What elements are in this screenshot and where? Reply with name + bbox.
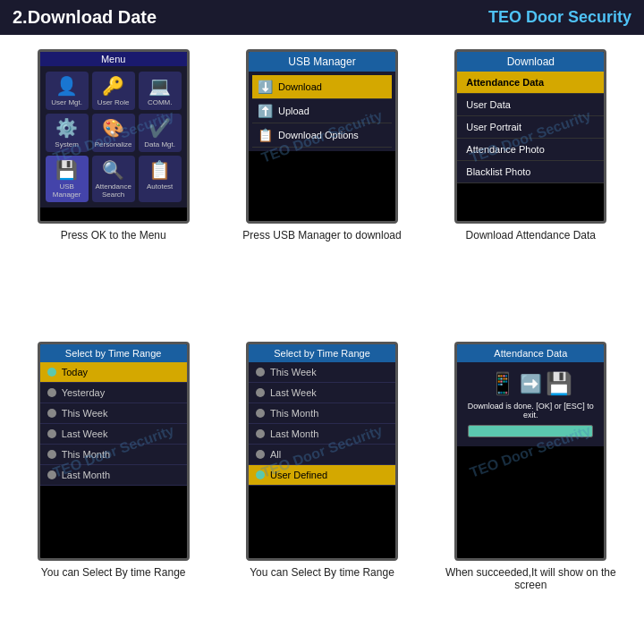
caption-1: Press OK to the Menu — [61, 229, 166, 242]
caption-5: You can Select By time Range — [250, 566, 394, 579]
tr2-this-week[interactable]: This Week — [249, 362, 395, 383]
usb-drive-icon: 💾 — [546, 371, 572, 396]
usb-menu: ⬇️ Download ⬆️ Upload 📋 Download Options — [249, 72, 395, 151]
icon-data-mgt[interactable]: ✔️Data Mgt. — [139, 114, 182, 152]
caption-2: Press USB Manager to download — [242, 229, 401, 242]
dl-item-user-data[interactable]: User Data — [457, 94, 604, 116]
usb-item-options[interactable]: 📋 Download Options — [252, 123, 392, 148]
dl-item-user-portrait[interactable]: User Portrait — [457, 116, 604, 139]
caption-3: Download Attendance Data — [466, 229, 596, 242]
options-icon: 📋 — [258, 128, 273, 142]
tr-list-1: Today Yesterday This Week Last Week This… — [40, 362, 187, 486]
screen-time-range-2: TEO Door Security Select by Time Range T… — [246, 342, 398, 561]
icon-grid: 👤User Mgt. 🔑User Role 💻COMM. ⚙️System 🎨P… — [40, 66, 187, 208]
icon-personalize[interactable]: 🎨Personalize — [92, 114, 135, 152]
dl-header: Download — [457, 52, 604, 72]
tr-header-1: Select by Time Range — [40, 344, 187, 362]
usb-download-label: Download — [278, 81, 322, 92]
icon-system[interactable]: ⚙️System — [46, 114, 89, 152]
screen-done: TEO Door Security Attendance Data 📱 ➡️ 💾… — [454, 342, 606, 561]
icon-user-mgt[interactable]: 👤User Mgt. — [46, 72, 89, 110]
brand-text: TEO Door Security — [488, 8, 631, 27]
tr-today[interactable]: Today — [40, 362, 187, 383]
download-icon: ⬇️ — [258, 80, 273, 94]
tr2-this-month[interactable]: This Month — [249, 403, 395, 424]
caption-4: You can Select By time Range — [41, 566, 186, 579]
done-body: 📱 ➡️ 💾 Download is done. [OK] or [ESC] t… — [457, 362, 604, 446]
content-grid: TEO Door Security Menu 👤User Mgt. 🔑User … — [0, 35, 644, 638]
icon-usb-manager[interactable]: 💾USB Manager — [46, 156, 89, 202]
cell-2: TEO Door Security USB Manager ⬇️ Downloa… — [217, 44, 426, 336]
usb-header: USB Manager — [249, 52, 395, 72]
page-title: 2.Download Date — [13, 7, 157, 28]
icon-attendance-search[interactable]: 🔍Attendance Search — [92, 156, 135, 202]
tr-header-2: Select by Time Range — [249, 344, 395, 362]
cell-4: TEO Door Security Select by Time Range T… — [9, 336, 217, 629]
menu-header: Menu — [40, 52, 187, 66]
progress-fill — [469, 426, 592, 436]
device-icon: 📱 — [489, 371, 516, 396]
usb-options-label: Download Options — [278, 130, 359, 140]
tr-this-week[interactable]: This Week — [40, 403, 187, 424]
icon-comm[interactable]: 💻COMM. — [139, 72, 182, 110]
screen-usb: TEO Door Security USB Manager ⬇️ Downloa… — [246, 49, 398, 224]
tr-list-2: This Week Last Week This Month Last Mont… — [249, 362, 395, 486]
done-message: Download is done. [OK] or [ESC] to exit. — [462, 402, 598, 419]
done-header: Attendance Data — [457, 344, 604, 362]
caption-6: When succeeded,It will show on the scree… — [432, 566, 630, 591]
dl-item-attendance-data[interactable]: Attendance Data — [457, 72, 604, 94]
dl-menu: Attendance Data User Data User Portrait … — [457, 72, 604, 183]
page-header: 2.Download Date TEO Door Security — [0, 0, 644, 35]
tr2-user-defined[interactable]: User Defined — [249, 465, 395, 486]
dl-item-attendance-photo[interactable]: Attendance Photo — [457, 139, 604, 161]
done-icons-row: 📱 ➡️ 💾 — [489, 371, 572, 396]
tr2-all[interactable]: All — [249, 445, 395, 465]
cell-6: TEO Door Security Attendance Data 📱 ➡️ 💾… — [427, 336, 635, 629]
dl-item-blacklist-photo[interactable]: Blacklist Photo — [457, 161, 604, 183]
cell-1: TEO Door Security Menu 👤User Mgt. 🔑User … — [9, 44, 217, 336]
cell-5: TEO Door Security Select by Time Range T… — [217, 336, 426, 629]
icon-autotest[interactable]: 📋Autotest — [139, 156, 182, 202]
tr-yesterday[interactable]: Yesterday — [40, 383, 187, 403]
usb-item-download[interactable]: ⬇️ Download — [252, 75, 392, 99]
arrow-icon: ➡️ — [520, 373, 542, 394]
usb-upload-label: Upload — [278, 106, 309, 116]
icon-user-role[interactable]: 🔑User Role — [92, 72, 135, 110]
usb-item-upload[interactable]: ⬆️ Upload — [252, 99, 392, 123]
screen-menu: TEO Door Security Menu 👤User Mgt. 🔑User … — [38, 49, 190, 224]
tr2-last-month[interactable]: Last Month — [249, 424, 395, 445]
tr-last-week[interactable]: Last Week — [40, 424, 187, 445]
screen-download: TEO Door Security Download Attendance Da… — [454, 49, 606, 224]
cell-3: TEO Door Security Download Attendance Da… — [427, 44, 635, 336]
progress-bar — [468, 425, 593, 437]
screen-time-range-1: TEO Door Security Select by Time Range T… — [38, 342, 190, 561]
tr-this-month[interactable]: This Month — [40, 445, 187, 465]
tr2-last-week[interactable]: Last Week — [249, 383, 395, 403]
upload-icon: ⬆️ — [258, 104, 273, 118]
tr-last-month[interactable]: Last Month — [40, 465, 187, 486]
